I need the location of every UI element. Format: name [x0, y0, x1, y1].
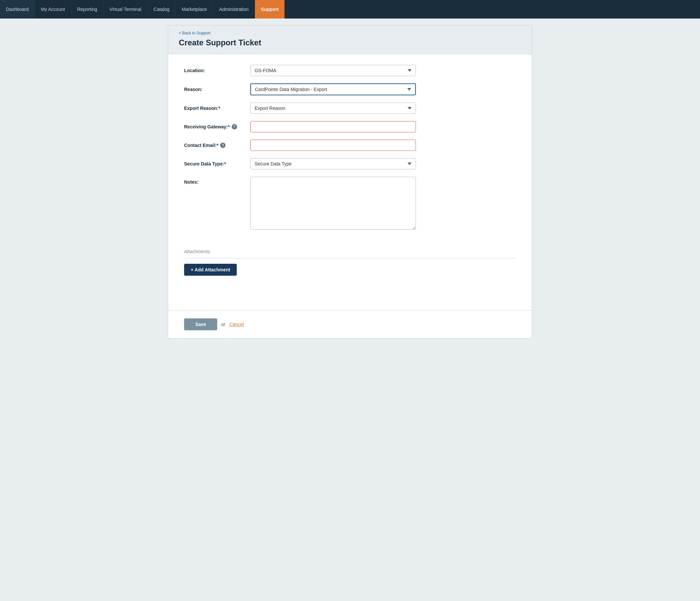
contact-email-row: Contact Email:* ? — [184, 140, 516, 151]
attachments-divider — [184, 258, 516, 259]
location-control: GS-FOMA — [250, 65, 416, 76]
nav-item-dashboard[interactable]: Dashboard — [0, 0, 35, 19]
nav-item-marketplace[interactable]: Marketplace — [176, 0, 213, 19]
secure-data-type-select[interactable]: Secure Data Type — [250, 158, 416, 169]
add-attachment-button[interactable]: + Add Attachment — [184, 264, 237, 276]
receiving-gateway-control — [250, 121, 416, 132]
page-header: Back to Support Create Support Ticket — [168, 25, 532, 54]
location-row: Location: GS-FOMA — [184, 65, 516, 76]
nav-label-dashboard: Dashboard — [6, 7, 29, 12]
receiving-gateway-row: Receiving Gateway:* ? — [184, 121, 516, 132]
reason-control: CardPointe Data Migration - Export — [250, 83, 416, 95]
notes-label: Notes: — [184, 177, 250, 185]
reason-label: Reason: — [184, 87, 250, 92]
receiving-gateway-label: Receiving Gateway:* ? — [184, 124, 250, 129]
cancel-link[interactable]: Cancel — [229, 322, 244, 327]
nav-label-my-account: My Account — [41, 7, 65, 12]
nav-label-catalog: Catalog — [154, 7, 170, 12]
or-text: or — [221, 322, 225, 327]
export-reason-control: Export Reason — [250, 103, 416, 114]
secure-data-type-label: Secure Data Type:* — [184, 161, 250, 166]
secure-data-type-control: Secure Data Type — [250, 158, 416, 169]
contact-email-control — [250, 140, 416, 151]
form-footer: Save or Cancel — [168, 310, 532, 338]
export-reason-label: Export Reason:* — [184, 106, 250, 111]
page-title: Create Support Ticket — [179, 38, 521, 47]
nav-item-catalog[interactable]: Catalog — [148, 0, 176, 19]
nav-item-administration[interactable]: Administration — [213, 0, 255, 19]
nav-item-my-account[interactable]: My Account — [35, 0, 71, 19]
contact-email-label: Contact Email:* ? — [184, 142, 250, 148]
reason-select[interactable]: CardPointe Data Migration - Export — [250, 83, 416, 95]
location-label: Location: — [184, 68, 250, 73]
form-area: Location: GS-FOMA Reason: CardPointe Dat… — [168, 54, 532, 249]
notes-row: Notes: — [184, 177, 516, 231]
nav-label-virtual-terminal: Virtual Terminal — [109, 7, 142, 12]
breadcrumb[interactable]: Back to Support — [179, 31, 521, 35]
export-reason-row: Export Reason:* Export Reason — [184, 103, 516, 114]
export-reason-select[interactable]: Export Reason — [250, 103, 416, 114]
nav-label-reporting: Reporting — [77, 7, 97, 12]
location-select[interactable]: GS-FOMA — [250, 65, 416, 76]
nav-label-support: Support — [261, 7, 279, 12]
receiving-gateway-help-icon[interactable]: ? — [232, 124, 237, 129]
page-wrapper: Back to Support Create Support Ticket Lo… — [168, 25, 532, 339]
reason-row: Reason: CardPointe Data Migration - Expo… — [184, 83, 516, 95]
nav-item-reporting[interactable]: Reporting — [71, 0, 104, 19]
contact-email-input[interactable] — [250, 140, 416, 151]
nav-item-support[interactable]: Support — [255, 0, 285, 19]
contact-email-help-icon[interactable]: ? — [220, 142, 225, 148]
nav-label-marketplace: Marketplace — [182, 7, 207, 12]
attachments-section: Attachments + Add Attachment — [168, 249, 532, 284]
nav-label-administration: Administration — [219, 7, 249, 12]
nav-item-virtual-terminal[interactable]: Virtual Terminal — [104, 0, 148, 19]
receiving-gateway-input[interactable] — [250, 121, 416, 132]
notes-textarea[interactable] — [250, 177, 416, 230]
secure-data-type-row: Secure Data Type:* Secure Data Type — [184, 158, 516, 169]
notes-control — [250, 177, 416, 231]
attachments-label: Attachments — [184, 249, 516, 254]
save-button[interactable]: Save — [184, 318, 217, 330]
main-nav: Dashboard My Account Reporting Virtual T… — [0, 0, 700, 19]
